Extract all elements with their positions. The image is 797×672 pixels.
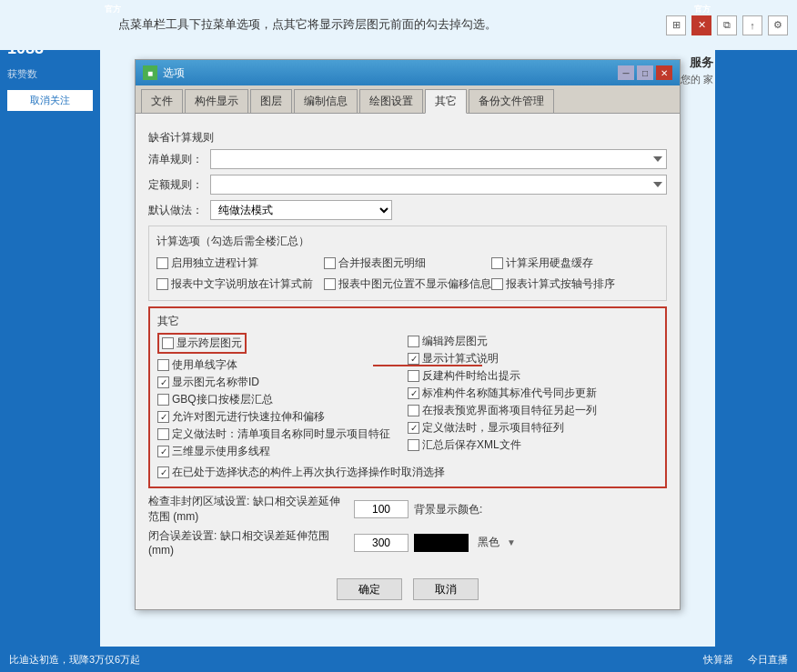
calc-options-section: 计算选项（勾选后需全楼汇总） 启用独立进程计算 合并报表图元明细 计算采用硬盘缓… [148, 226, 667, 301]
report-new-line-label: 在报表预览界面将项目特征另起一列 [422, 403, 597, 418]
std-name-checkbox[interactable] [408, 387, 419, 399]
confirm-button[interactable]: 确定 [337, 578, 402, 600]
top-instruction: 点菜单栏工具下拉菜单选项，点其它将显示跨层图元前面的勾去掉勾选。 [118, 16, 666, 33]
calc-cb-3-label: 计算采用硬盘缓存 [506, 256, 593, 271]
qita-cb-show-feature: 定义做法时，显示项目特征列 [408, 419, 658, 436]
options-dialog: ■ 选项 ─ □ ✕ 文件 构件显示 图层 编制信息 绘图设置 其它 备份文件管… [135, 59, 681, 610]
gbq-checkbox[interactable] [157, 394, 169, 406]
show-id-label: 显示图元名称带ID [172, 375, 259, 390]
dropdown-arrow-icon[interactable]: ▼ [507, 537, 516, 547]
close-top-icon[interactable]: ✕ [691, 15, 711, 35]
single-font-label: 使用单线字体 [172, 357, 237, 373]
gap-check-input[interactable] [354, 500, 409, 518]
qita-cb-gbq: GBQ接口按楼层汇总 [157, 391, 408, 408]
calc-cb-4-checkbox[interactable] [156, 278, 168, 290]
minimize-button[interactable]: ─ [618, 65, 634, 80]
show-formula-checkbox[interactable] [408, 353, 419, 365]
single-font-checkbox[interactable] [157, 359, 169, 371]
gap-check-label: 检查非封闭区域设置: 缺口相交误差延伸范围 (mm) [148, 494, 348, 525]
dialog-overlay: ■ 选项 ─ □ ✕ 文件 构件显示 图层 编制信息 绘图设置 其它 备份文件管… [100, 50, 715, 645]
calc-options-grid: 启用独立进程计算 合并报表图元明细 计算采用硬盘缓存 报表中文字说明放在计算式前 [156, 255, 659, 293]
std-name-label: 标准构件名称随其标准代号同步更新 [422, 386, 597, 401]
quick-stretch-checkbox[interactable] [157, 411, 169, 423]
show-feature-label: 定义做法时，显示项目特征列 [422, 420, 564, 436]
right-sidebar: 服务 [715, 0, 797, 672]
share-icon[interactable]: ↑ [742, 15, 762, 35]
calc-cb-3-checkbox[interactable] [491, 257, 503, 269]
define-method-label: 定义做法时：清单项目名称同时显示项目特征 [172, 426, 390, 442]
calc-cb-4-label: 报表中文字说明放在计算式前 [171, 276, 313, 292]
close-button[interactable]: ✕ [656, 65, 672, 80]
save-xml-checkbox[interactable] [408, 439, 419, 451]
qita-cb-rebuild: 反建构件时给出提示 [408, 367, 658, 385]
quota-rule-label: 定额规则： [148, 177, 203, 193]
qita-cb-report-new-line: 在报表预览界面将项目特征另起一列 [408, 402, 658, 419]
qita-cb-3d: 三维显示使用多线程 [157, 443, 408, 460]
calc-cb-5-checkbox[interactable] [324, 278, 336, 290]
left-sidebar: 方知识 1083 获赞数 取消关注 [0, 0, 100, 672]
cross-layer-checkbox[interactable] [162, 337, 174, 349]
default-method-label: 默认做法： [148, 203, 203, 218]
tab-layers[interactable]: 图层 [250, 89, 292, 113]
3d-label: 三维显示使用多线程 [172, 444, 270, 459]
bottom-calculator[interactable]: 快算器 [703, 653, 733, 667]
cancel-select-checkbox[interactable] [157, 466, 169, 478]
quota-rule-select[interactable] [210, 175, 667, 195]
settings-icon[interactable]: ⚙ [768, 15, 788, 35]
show-feature-checkbox[interactable] [408, 422, 419, 434]
cancel-follow-button[interactable]: 取消关注 [7, 90, 93, 111]
close-err-input[interactable] [354, 534, 409, 552]
report-new-line-checkbox[interactable] [408, 405, 419, 416]
gbq-label: GBQ接口按楼层汇总 [172, 392, 273, 407]
calc-cb-1-checkbox[interactable] [156, 257, 168, 269]
restore-button[interactable]: □ [637, 65, 653, 80]
edit-cross-label: 编辑跨层图元 [422, 334, 488, 349]
3d-checkbox[interactable] [157, 446, 169, 457]
tab-component-display[interactable]: 构件显示 [185, 89, 248, 113]
dialog-tabs: 文件 构件显示 图层 编制信息 绘图设置 其它 备份文件管理 [136, 85, 680, 114]
calc-cb-5: 报表中图元位置不显示偏移信息 [324, 276, 491, 293]
tab-file[interactable]: 文件 [141, 89, 183, 113]
copy-icon[interactable]: ⧉ [717, 15, 737, 35]
qita-cb-single-font: 使用单线字体 [157, 356, 408, 374]
calc-cb-1-label: 启用独立进程计算 [171, 256, 258, 271]
calc-cb-2: 合并报表图元明细 [324, 255, 491, 272]
bill-rule-select[interactable] [210, 149, 667, 169]
calc-cb-6-checkbox[interactable] [491, 278, 503, 290]
dialog-content: 缺省计算规则 清单规则： 定额规则： 默认做法： 纯做法模式 计算选项（勾选后需… [136, 114, 680, 569]
bottom-live[interactable]: 今日直播 [748, 653, 788, 667]
calc-cb-2-label: 合并报表图元明细 [338, 256, 426, 271]
quota-rule-row: 定额规则： [148, 175, 667, 195]
default-method-select[interactable]: 纯做法模式 [210, 200, 392, 220]
tab-drawing-settings[interactable]: 绘图设置 [359, 89, 423, 113]
calc-cb-6-label: 报表计算式按轴号排序 [506, 276, 615, 292]
calc-cb-4: 报表中文字说明放在计算式前 [156, 276, 324, 293]
bg-color-box [414, 534, 469, 552]
tab-backup[interactable]: 备份文件管理 [469, 89, 554, 113]
bg-color-label: 背景显示颜色: [414, 502, 482, 517]
tab-other[interactable]: 其它 [425, 89, 467, 114]
define-method-checkbox[interactable] [157, 428, 169, 440]
qita-grid: 显示跨层图元 使用单线字体 显示图元名称带ID GBQ接口按楼层汇总 [157, 333, 658, 460]
qita-cb-save-xml: 汇总后保存XML文件 [408, 436, 658, 454]
calc-cb-3: 计算采用硬盘缓存 [491, 255, 659, 272]
qita-section: 其它 显示跨层图元 使用单线字体 [148, 306, 667, 488]
gap-check-row: 检查非封闭区域设置: 缺口相交误差延伸范围 (mm) 背景显示颜色: [148, 494, 667, 525]
tab-edit-info[interactable]: 编制信息 [294, 89, 358, 113]
bill-rule-row: 清单规则： [148, 149, 667, 169]
calc-cb-2-checkbox[interactable] [324, 257, 336, 269]
cancel-button[interactable]: 取消 [413, 578, 479, 600]
edit-cross-checkbox[interactable] [408, 336, 419, 347]
screenshot-icon[interactable]: ⊞ [666, 15, 686, 35]
bottom-right-items: 快算器 今日直播 [703, 653, 788, 667]
qita-left-col: 显示跨层图元 使用单线字体 显示图元名称带ID GBQ接口按楼层汇总 [157, 333, 408, 460]
qita-cb-edit-cross: 编辑跨层图元 [408, 333, 658, 350]
calc-cb-1: 启用独立进程计算 [156, 255, 324, 272]
show-id-checkbox[interactable] [157, 376, 169, 388]
qita-cb-show-id: 显示图元名称带ID [157, 374, 408, 391]
left-count-label: 获赞数 [0, 65, 100, 83]
bottom-fields: 检查非封闭区域设置: 缺口相交误差延伸范围 (mm) 背景显示颜色: 闭合误差设… [148, 494, 667, 557]
qita-cb-cross-layer: 显示跨层图元 [157, 333, 247, 354]
rebuild-checkbox[interactable] [408, 370, 419, 382]
cross-layer-label: 显示跨层图元 [177, 336, 242, 351]
